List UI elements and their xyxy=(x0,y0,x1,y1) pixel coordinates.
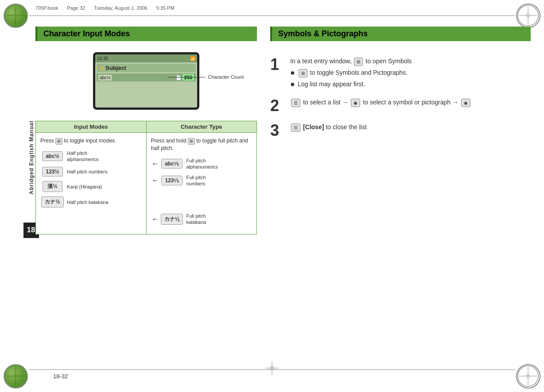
mode-badge-abc: abc½ xyxy=(40,151,65,161)
step-1-bullet-2: ● Log list may appear first. xyxy=(290,80,531,89)
left-column: Character Input Modes 10:30 📶 ✏️ Subject… xyxy=(35,27,257,365)
side-label: Abridged English Manual xyxy=(28,120,34,194)
step-3-close-text: [Close] xyxy=(303,123,324,131)
phone-status-bar: 10:30 📶 xyxy=(95,54,197,62)
phone-subject: ✏️ Subject xyxy=(97,64,196,72)
modes-table: Input Modes Press ⊞ to toggle input mode… xyxy=(35,121,257,234)
svg-point-11 xyxy=(13,374,17,378)
arrow-kana: ← xyxy=(151,215,160,223)
char-count-callout: Character Count xyxy=(167,74,244,80)
left-section-title: Character Input Modes xyxy=(43,29,130,38)
top-right-corner-decoration xyxy=(516,4,540,28)
step-1-number: 1 xyxy=(270,57,284,73)
phone-input-mode: abc½ xyxy=(98,75,112,81)
char-badge-123: 123¹⁄₁ xyxy=(160,176,184,185)
main-content: Character Input Modes 10:30 📶 ✏️ Subject… xyxy=(35,27,531,365)
char-label-abc: Full pitch alphanumerics xyxy=(184,158,224,170)
mode-label-kana: Half pitch katakana xyxy=(65,199,109,205)
svg-point-7 xyxy=(526,13,530,17)
step-1: 1 In a text entry window, ⊞ to open Symb… xyxy=(270,57,531,89)
char-type-col: Character Type Press and hold ⊞ to toggl… xyxy=(147,121,257,234)
arrow-abc: ← xyxy=(151,160,160,168)
svg-point-3 xyxy=(13,13,17,17)
mode-row-abc: abc½ Half pitch alphanumerics xyxy=(40,150,142,163)
phone-screen: 10:30 📶 ✏️ Subject abc½ 📄 255 xyxy=(93,52,199,110)
mode-label-123: Half pitch numbers xyxy=(65,169,109,175)
step-3-content: ☰ [Close] to close the list xyxy=(290,123,531,132)
key-icon-list: ☰ xyxy=(291,99,300,107)
mode-row-123: 123½ Half pitch numbers xyxy=(40,167,142,177)
phone-subject-label: Subject xyxy=(105,65,126,71)
key-icon-close: ☰ xyxy=(291,123,300,132)
char-badge-kana: カナ¹⁄₁ xyxy=(160,214,184,225)
mode-badge-123: 123½ xyxy=(40,167,65,177)
char-label-123: Full pitch numbers xyxy=(184,174,224,187)
right-section-header: Symbols & Pictographs xyxy=(270,27,531,41)
page-number: 18-32 xyxy=(53,373,68,380)
step-1-main: In a text entry window, ⊞ to open Symbol… xyxy=(290,57,531,66)
step-3: 3 ☰ [Close] to close the list xyxy=(270,123,531,138)
step-3-number: 3 xyxy=(270,123,284,138)
bottom-right-corner-decoration xyxy=(516,364,540,388)
date-info: Tuesday, August 1, 2006 xyxy=(94,5,147,11)
input-modes-col: Input Modes Press ⊞ to toggle input mode… xyxy=(36,121,147,234)
bottom-rule xyxy=(29,369,515,370)
char-row-kanji-empty xyxy=(151,192,253,208)
page-info: Page 32 xyxy=(67,5,85,11)
mode-badge-kana: カナ½ xyxy=(40,196,65,208)
step-2-content: ☰ to select a list → ◉ to select a symbo… xyxy=(290,98,531,107)
mode-label-abc: Half pitch alphanumerics xyxy=(65,150,109,163)
left-section-header: Character Input Modes xyxy=(35,27,257,41)
step-1-content: In a text entry window, ⊞ to open Symbol… xyxy=(290,57,531,89)
mode-row-kana: カナ½ Half pitch katakana xyxy=(40,196,142,208)
char-label-kana: Full pitch katakana xyxy=(184,213,224,226)
mode-row-kanji: 漢½ Kanji (Hiragana) xyxy=(40,181,142,192)
svg-point-15 xyxy=(526,374,530,378)
step-1-bullet-2-text: Log list may appear first. xyxy=(298,80,365,89)
callout-line xyxy=(167,77,205,77)
char-row-abc: ← abc¹⁄₁ Full pitch alphanumerics xyxy=(151,158,253,170)
char-badge-abc: abc¹⁄₁ xyxy=(160,159,184,169)
top-rule xyxy=(29,15,515,16)
input-modes-desc: Press ⊞ to toggle input modes. xyxy=(40,137,142,145)
book-info: 705P.book xyxy=(35,5,58,11)
key-icon-symbol: ◉ xyxy=(351,99,360,107)
mode-label-kanji: Kanji (Hiragana) xyxy=(65,184,109,190)
char-type-desc: Press and hold ⊞ to toggle full pitch an… xyxy=(151,137,253,152)
key-icon-1: ⊞ xyxy=(354,58,363,66)
right-column: Symbols & Pictographs 1 In a text entry … xyxy=(270,27,531,365)
steps-list: 1 In a text entry window, ⊞ to open Symb… xyxy=(270,50,531,138)
arrow-123: ← xyxy=(151,177,160,184)
step-1-bullet-1-text: ⊞ to toggle Symbols and Pictographs. xyxy=(298,68,408,77)
key-icon-confirm: ◉ xyxy=(461,99,470,107)
char-row-123: ← 123¹⁄₁ Full pitch numbers xyxy=(151,174,253,187)
time-info: 5:35 PM xyxy=(156,5,175,11)
char-row-kana: ← カナ¹⁄₁ Full pitch katakana xyxy=(151,213,253,226)
right-section-title: Symbols & Pictographs xyxy=(278,29,368,38)
step-1-bullet-1: ● ⊞ to toggle Symbols and Pictographs. xyxy=(290,68,531,77)
phone-time: 10:30 xyxy=(97,56,108,61)
input-modes-header: Input Modes xyxy=(36,121,146,133)
key-icon-toggle: ⊞ xyxy=(299,69,307,77)
phone-inner: 10:30 📶 ✏️ Subject abc½ 📄 255 xyxy=(95,54,197,108)
phone-area: 10:30 📶 ✏️ Subject abc½ 📄 255 xyxy=(89,52,204,110)
char-count-label: Character Count xyxy=(208,74,244,80)
metadata-bar: 705P.book Page 32 Tuesday, August 1, 200… xyxy=(35,5,509,11)
mode-badge-kanji: 漢½ xyxy=(40,181,65,192)
step-2: 2 ☰ to select a list → ◉ to select a sym… xyxy=(270,98,531,114)
step-2-number: 2 xyxy=(270,98,284,114)
char-type-header: Character Type xyxy=(147,121,257,133)
